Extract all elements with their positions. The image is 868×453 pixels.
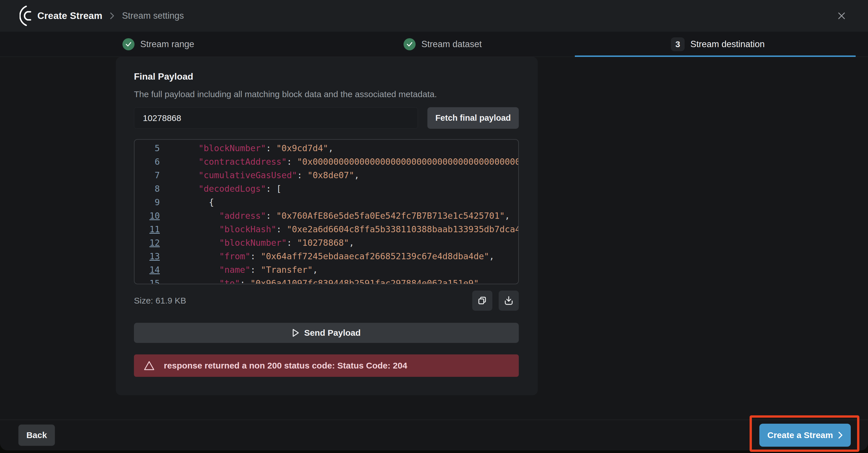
fetch-final-payload-button[interactable]: Fetch final payload — [427, 107, 519, 129]
payload-code-viewer[interactable]: 5 "blockNumber": "0x9cd7d4",6 "contractA… — [134, 139, 519, 284]
code-line: 15 "to": "0x96a41097fc839448b2591fac2978… — [141, 276, 518, 284]
copy-payload-button[interactable] — [472, 291, 492, 311]
page-title: Create Stream — [37, 10, 102, 21]
code-line: 5 "blockNumber": "0x9cd7d4", — [141, 142, 518, 155]
create-stream-button[interactable]: Create a Stream — [760, 424, 851, 447]
step-number-badge: 3 — [671, 37, 685, 51]
code-line: 13 "from": "0x64aff7245ebdaaecaf26685213… — [141, 249, 518, 263]
final-payload-card: Final Payload The full payload including… — [116, 57, 538, 395]
step-stream-range[interactable]: Stream range — [122, 32, 194, 57]
stepper: Stream range Stream dataset 3 Stream des… — [0, 32, 868, 57]
section-heading: Final Payload — [134, 71, 520, 82]
send-payload-label: Send Payload — [304, 328, 361, 338]
play-icon — [292, 329, 300, 337]
payload-size-label: Size: 61.9 KB — [134, 296, 186, 306]
section-description: The full payload including all matching … — [134, 89, 520, 99]
step-label: Stream range — [140, 39, 194, 50]
warning-triangle-icon — [144, 360, 155, 371]
step-label: Stream destination — [690, 39, 765, 50]
back-button[interactable]: Back — [19, 425, 55, 446]
app-logo-icon — [20, 5, 33, 27]
breadcrumb-chevron-icon — [110, 12, 114, 20]
step-stream-destination[interactable]: 3 Stream destination — [671, 32, 765, 57]
main-content: Final Payload The full payload including… — [0, 57, 868, 420]
download-icon — [503, 295, 514, 306]
footer-bar: Back Create a Stream — [0, 420, 868, 450]
chevron-right-icon — [838, 431, 843, 439]
send-payload-button[interactable]: Send Payload — [134, 323, 519, 343]
download-payload-button[interactable] — [499, 291, 519, 311]
step-stream-dataset[interactable]: Stream dataset — [404, 32, 482, 57]
code-line: 12 "blockNumber": "10278868", — [141, 236, 518, 249]
code-line: 7 "cumulativeGasUsed": "0x8de07", — [141, 169, 518, 182]
code-line: 6 "contractAddress": "0x0000000000000000… — [141, 155, 518, 169]
block-input-row: Fetch final payload — [134, 107, 520, 129]
code-lines: 5 "blockNumber": "0x9cd7d4",6 "contractA… — [141, 142, 518, 284]
close-button[interactable] — [834, 8, 849, 24]
error-message: response returned a non 200 status code:… — [164, 361, 407, 370]
code-line: 8 "decodedLogs": [ — [141, 182, 518, 195]
code-line: 10 "address": "0x760AfE86e5de5fa0Ee542fc… — [141, 209, 518, 222]
check-icon — [122, 38, 134, 50]
code-line: 11 "blockHash": "0xe2a6d6604c8ffa5b33811… — [141, 222, 518, 236]
check-icon — [404, 38, 415, 50]
copy-icon — [477, 295, 488, 306]
breadcrumb: Stream settings — [122, 11, 184, 21]
close-icon — [837, 11, 846, 20]
step-label: Stream dataset — [421, 39, 482, 50]
error-banner: response returned a non 200 status code:… — [134, 354, 519, 377]
create-stream-modal: Create Stream Stream settings Stream ran… — [0, 0, 868, 450]
create-stream-label: Create a Stream — [767, 430, 833, 440]
top-bar: Create Stream Stream settings — [0, 0, 868, 32]
payload-size-row: Size: 61.9 KB — [134, 291, 519, 311]
code-line: 14 "name": "Transfer", — [141, 263, 518, 276]
code-line: 9 { — [141, 195, 518, 209]
block-number-input[interactable] — [134, 107, 418, 129]
